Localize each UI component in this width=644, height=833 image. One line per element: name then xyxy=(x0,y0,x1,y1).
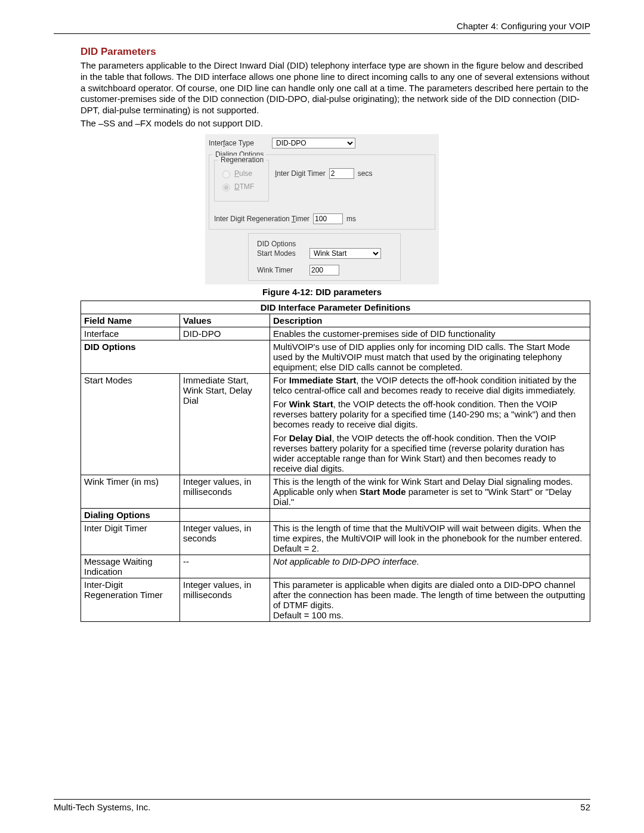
col-values: Values xyxy=(180,314,270,327)
did-options-fieldset: DID Options Start Modes Wink Start Wink … xyxy=(248,233,401,281)
paragraph-1: The parameters applicable to the Direct … xyxy=(80,60,590,116)
did-screenshot: Interface Type DID-DPO Dialing Options R… xyxy=(205,134,439,284)
footer-company: Multi-Tech Systems, Inc. xyxy=(54,802,151,812)
interface-type-label: Interface Type xyxy=(209,139,268,147)
wink-timer-input[interactable] xyxy=(309,265,339,275)
regen-timer-label: Inter Digit Regeneration Timer xyxy=(214,215,309,223)
regeneration-fieldset: Regeneration Pulse DTMF xyxy=(214,160,269,202)
dialing-options-fieldset: Dialing Options Regeneration Pulse DTMF … xyxy=(209,154,435,230)
start-modes-select[interactable]: Wink Start xyxy=(309,248,381,259)
regeneration-legend: Regeneration xyxy=(218,156,266,164)
interface-type-select[interactable]: DID-DPO xyxy=(272,138,355,148)
wink-timer-label: Wink Timer xyxy=(257,266,305,274)
table-row: Message Waiting Indication -- Not applic… xyxy=(81,555,590,578)
start-modes-label: Start Modes xyxy=(257,249,305,258)
dtmf-label: DTMF xyxy=(234,182,254,191)
pulse-radio xyxy=(222,171,230,178)
table-row: Interface DID-DPO Enables the customer-p… xyxy=(81,327,590,340)
col-field-name: Field Name xyxy=(81,314,180,327)
dtmf-radio xyxy=(222,184,230,191)
table-title: DID Interface Parameter Definitions xyxy=(81,301,590,314)
paragraph-2: The –SS and –FX models do not support DI… xyxy=(80,118,590,129)
table-row: Inter Digit Timer Integer values, in sec… xyxy=(81,521,590,555)
table-row: Start Modes Immediate Start, Wink Start,… xyxy=(81,373,590,475)
regen-timer-input[interactable] xyxy=(313,213,343,224)
inter-digit-timer-input[interactable] xyxy=(329,168,354,179)
chapter-header: Chapter 4: Configuring your VOIP xyxy=(54,21,590,34)
section-title: DID Parameters xyxy=(80,46,590,58)
table-row: Dialing Options xyxy=(81,508,590,521)
definitions-table: DID Interface Parameter Definitions Fiel… xyxy=(80,301,590,622)
table-row: Inter-Digit Regeneration Timer Integer v… xyxy=(81,578,590,621)
ms-label: ms xyxy=(346,215,356,223)
col-description: Description xyxy=(270,314,590,327)
inter-digit-timer-label: Inter Digit Timer xyxy=(275,169,326,178)
table-row: Wink Timer (in ms) Integer values, in mi… xyxy=(81,475,590,508)
secs-label: secs xyxy=(358,169,373,178)
table-row: DID Options MultiVOIP's use of DID appli… xyxy=(81,340,590,373)
did-options-legend: DID Options xyxy=(257,240,296,248)
figure-caption: Figure 4-12: DID parameters xyxy=(54,287,590,297)
footer-page: 52 xyxy=(580,802,590,812)
pulse-label: Pulse xyxy=(234,169,252,178)
